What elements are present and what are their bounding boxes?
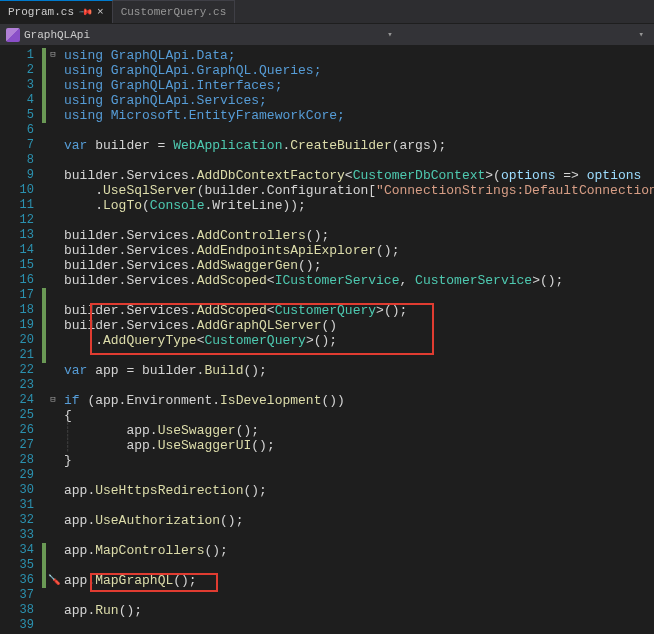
- chevron-down-icon[interactable]: ▾: [383, 29, 396, 40]
- line-number: 8: [0, 153, 42, 168]
- code-line: using Microsoft.EntityFrameworkCore;: [64, 108, 345, 123]
- code-line: using GraphQLApi.Services;: [64, 93, 267, 108]
- line-number: 14: [0, 243, 42, 258]
- line-number: 34: [0, 543, 42, 558]
- code-line: using GraphQLApi.Interfaces;: [64, 78, 282, 93]
- quick-actions-icon[interactable]: 🪛: [48, 573, 60, 588]
- line-number: 36: [0, 573, 42, 588]
- line-number: 28: [0, 453, 42, 468]
- line-number: 16: [0, 273, 42, 288]
- code-editor[interactable]: 1⊟ 2 3 4 5 6 7 8 9 10 11 12 13 14 15 16 …: [0, 46, 654, 634]
- fold-icon[interactable]: ⊟: [46, 393, 60, 408]
- code-line: ┊ app.UseSwagger();: [64, 423, 654, 438]
- line-number: 31: [0, 498, 42, 513]
- tab-program-cs[interactable]: Program.cs 📌 ×: [0, 0, 113, 23]
- fold-icon[interactable]: ⊟: [46, 48, 60, 63]
- code-line: .LogTo(Console.WriteLine));: [64, 198, 654, 213]
- line-number: 17: [0, 288, 42, 303]
- line-number: 30: [0, 483, 42, 498]
- code-line: .AddQueryType<CustomerQuery>();: [64, 333, 654, 348]
- line-number: 15: [0, 258, 42, 273]
- line-number: 33: [0, 528, 42, 543]
- line-number: 9: [0, 168, 42, 183]
- line-number: 3: [0, 78, 42, 93]
- line-number: 20: [0, 333, 42, 348]
- code-line: builder.Services.AddDbContextFactory<Cus…: [64, 168, 654, 183]
- tab-customerquery-cs[interactable]: CustomerQuery.cs: [113, 0, 236, 23]
- line-number: 37: [0, 588, 42, 603]
- line-number: 21: [0, 348, 42, 363]
- line-number: 38: [0, 603, 42, 618]
- code-area[interactable]: using GraphQLApi.Data; using GraphQLApi.…: [60, 46, 654, 634]
- code-line: using GraphQLApi.GraphQL.Queries;: [64, 63, 321, 78]
- line-number: 12: [0, 213, 42, 228]
- code-line: builder.Services.AddSwaggerGen();: [64, 258, 654, 273]
- nav-bar: GraphQLApi ▾ ▾: [0, 24, 654, 46]
- line-number: 39: [0, 618, 42, 633]
- tab-bar: Program.cs 📌 × CustomerQuery.cs: [0, 0, 654, 24]
- line-number: 26: [0, 423, 42, 438]
- gutter: 1⊟ 2 3 4 5 6 7 8 9 10 11 12 13 14 15 16 …: [0, 46, 60, 634]
- code-line: var app = builder.Build();: [64, 363, 654, 378]
- line-number: 32: [0, 513, 42, 528]
- line-number: 23: [0, 378, 42, 393]
- code-line: using GraphQLApi.Data;: [64, 48, 236, 63]
- code-line: var builder = WebApplication.CreateBuild…: [64, 138, 654, 153]
- csharp-project-icon: [6, 28, 20, 42]
- line-number: 5: [0, 108, 42, 123]
- code-line: builder.Services.AddScoped<CustomerQuery…: [64, 303, 654, 318]
- code-line: app.MapControllers();: [64, 543, 654, 558]
- line-number: 11: [0, 198, 42, 213]
- code-line: builder.Services.AddScoped<ICustomerServ…: [64, 273, 654, 288]
- code-line: {: [64, 408, 654, 423]
- close-icon[interactable]: ×: [97, 6, 104, 18]
- line-number: 10: [0, 183, 42, 198]
- line-number: 4: [0, 93, 42, 108]
- line-number: 25: [0, 408, 42, 423]
- code-line: app.UseHttpsRedirection();: [64, 483, 654, 498]
- chevron-down-icon[interactable]: ▾: [635, 29, 648, 40]
- line-number: 24: [0, 393, 42, 408]
- pin-icon[interactable]: 📌: [78, 4, 94, 20]
- code-line: .UseSqlServer(builder.Configuration["Con…: [64, 183, 654, 198]
- line-number: 35: [0, 558, 42, 573]
- tab-label: CustomerQuery.cs: [121, 6, 227, 18]
- line-number: 13: [0, 228, 42, 243]
- line-number: 29: [0, 468, 42, 483]
- code-line: app.Run();: [64, 603, 654, 618]
- line-number: 7: [0, 138, 42, 153]
- line-number: 1: [0, 48, 42, 63]
- line-number: 18: [0, 303, 42, 318]
- line-number: 22: [0, 363, 42, 378]
- code-line: app.UseAuthorization();: [64, 513, 654, 528]
- nav-project-dropdown[interactable]: GraphQLApi: [24, 29, 379, 41]
- code-line: ┊ app.UseSwaggerUI();: [64, 438, 654, 453]
- line-number: 19: [0, 318, 42, 333]
- line-number: 6: [0, 123, 42, 138]
- line-number: 27: [0, 438, 42, 453]
- code-line: app.MapGraphQL();: [64, 573, 654, 588]
- line-number: 2: [0, 63, 42, 78]
- code-line: builder.Services.AddEndpointsApiExplorer…: [64, 243, 654, 258]
- code-line: }: [64, 453, 654, 468]
- code-line: if (app.Environment.IsDevelopment()): [64, 393, 654, 408]
- code-line: builder.Services.AddGraphQLServer(): [64, 318, 654, 333]
- code-line: builder.Services.AddControllers();: [64, 228, 654, 243]
- tab-label: Program.cs: [8, 6, 74, 18]
